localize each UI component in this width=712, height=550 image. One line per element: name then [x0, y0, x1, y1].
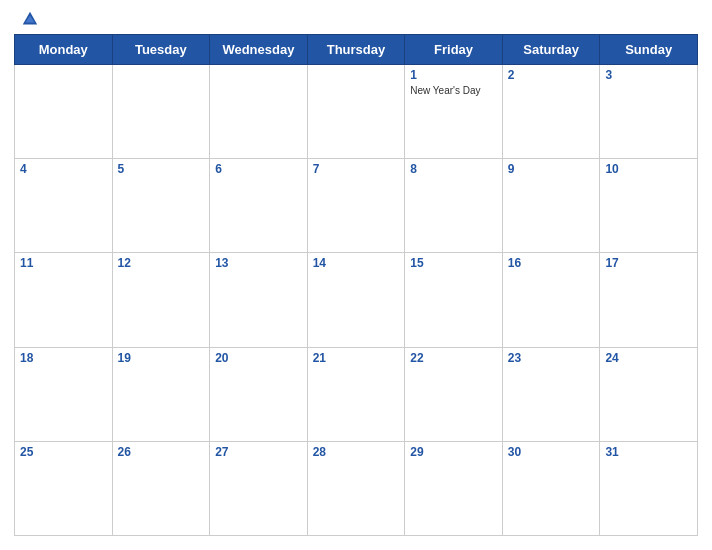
week-row-4: 18192021222324	[15, 347, 698, 441]
day-number: 18	[20, 351, 107, 365]
logo-area	[18, 10, 118, 28]
calendar-cell: 14	[307, 253, 405, 347]
day-number: 16	[508, 256, 595, 270]
weekday-header-monday: Monday	[15, 35, 113, 65]
calendar-cell: 3	[600, 65, 698, 159]
day-number: 8	[410, 162, 497, 176]
weekday-header-row: MondayTuesdayWednesdayThursdayFridaySatu…	[15, 35, 698, 65]
calendar-header	[14, 10, 698, 28]
day-number: 6	[215, 162, 302, 176]
day-number: 5	[118, 162, 205, 176]
logo-text	[18, 10, 39, 28]
calendar-cell: 7	[307, 159, 405, 253]
calendar-cell: 19	[112, 347, 210, 441]
calendar-cell: 13	[210, 253, 308, 347]
week-row-5: 25262728293031	[15, 441, 698, 535]
calendar-cell	[15, 65, 113, 159]
day-number: 15	[410, 256, 497, 270]
weekday-header-wednesday: Wednesday	[210, 35, 308, 65]
week-row-1: 1New Year's Day23	[15, 65, 698, 159]
calendar-cell	[112, 65, 210, 159]
day-number: 1	[410, 68, 497, 82]
calendar-cell: 17	[600, 253, 698, 347]
day-number: 31	[605, 445, 692, 459]
day-number: 7	[313, 162, 400, 176]
day-number: 11	[20, 256, 107, 270]
day-number: 17	[605, 256, 692, 270]
day-number: 14	[313, 256, 400, 270]
calendar-cell: 20	[210, 347, 308, 441]
day-number: 12	[118, 256, 205, 270]
day-number: 13	[215, 256, 302, 270]
calendar-cell: 16	[502, 253, 600, 347]
calendar-cell: 11	[15, 253, 113, 347]
calendar-cell: 22	[405, 347, 503, 441]
day-number: 23	[508, 351, 595, 365]
calendar-cell: 23	[502, 347, 600, 441]
weekday-header-friday: Friday	[405, 35, 503, 65]
day-number: 4	[20, 162, 107, 176]
calendar-cell: 9	[502, 159, 600, 253]
day-number: 21	[313, 351, 400, 365]
logo-icon	[21, 10, 39, 28]
calendar-cell: 1New Year's Day	[405, 65, 503, 159]
calendar-cell: 12	[112, 253, 210, 347]
day-number: 27	[215, 445, 302, 459]
day-number: 2	[508, 68, 595, 82]
day-number: 26	[118, 445, 205, 459]
day-number: 10	[605, 162, 692, 176]
calendar-cell: 27	[210, 441, 308, 535]
calendar-cell	[307, 65, 405, 159]
weekday-header-thursday: Thursday	[307, 35, 405, 65]
calendar-cell: 29	[405, 441, 503, 535]
calendar-cell: 31	[600, 441, 698, 535]
calendar-cell: 21	[307, 347, 405, 441]
calendar-cell: 26	[112, 441, 210, 535]
calendar-cell: 6	[210, 159, 308, 253]
calendar-cell: 18	[15, 347, 113, 441]
calendar-cell: 24	[600, 347, 698, 441]
weekday-header-sunday: Sunday	[600, 35, 698, 65]
week-row-2: 45678910	[15, 159, 698, 253]
day-number: 22	[410, 351, 497, 365]
calendar-cell: 8	[405, 159, 503, 253]
day-number: 28	[313, 445, 400, 459]
day-number: 25	[20, 445, 107, 459]
calendar-cell	[210, 65, 308, 159]
week-row-3: 11121314151617	[15, 253, 698, 347]
day-number: 3	[605, 68, 692, 82]
day-number: 30	[508, 445, 595, 459]
weekday-header-saturday: Saturday	[502, 35, 600, 65]
calendar-container: MondayTuesdayWednesdayThursdayFridaySatu…	[0, 0, 712, 550]
calendar-cell: 30	[502, 441, 600, 535]
calendar-cell: 4	[15, 159, 113, 253]
calendar-cell: 5	[112, 159, 210, 253]
day-event: New Year's Day	[410, 84, 497, 97]
calendar-cell: 15	[405, 253, 503, 347]
day-number: 19	[118, 351, 205, 365]
day-number: 24	[605, 351, 692, 365]
calendar-cell: 10	[600, 159, 698, 253]
day-number: 29	[410, 445, 497, 459]
day-number: 9	[508, 162, 595, 176]
day-number: 20	[215, 351, 302, 365]
calendar-cell: 2	[502, 65, 600, 159]
calendar-table: MondayTuesdayWednesdayThursdayFridaySatu…	[14, 34, 698, 536]
weekday-header-tuesday: Tuesday	[112, 35, 210, 65]
calendar-cell: 25	[15, 441, 113, 535]
calendar-cell: 28	[307, 441, 405, 535]
